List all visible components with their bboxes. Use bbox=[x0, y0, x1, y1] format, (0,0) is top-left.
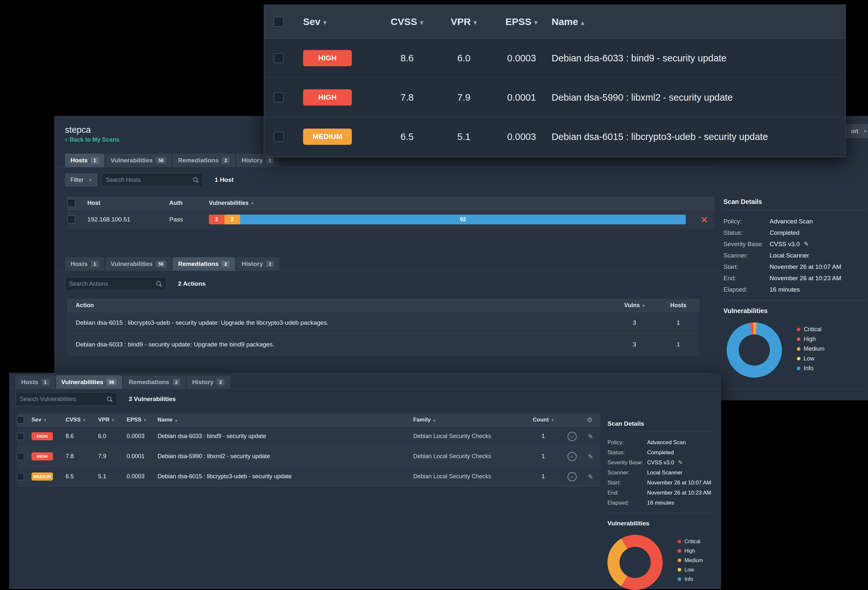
vulnerabilities-window: Hosts 1 Vulnerabilities 56 Remediations … bbox=[9, 373, 721, 589]
search-actions-input[interactable] bbox=[65, 280, 166, 288]
edit-pencil-icon[interactable]: ✎ bbox=[588, 473, 593, 481]
vulnerabilities-toolbar: 3 Vulnerabilities bbox=[16, 392, 176, 406]
tab-history[interactable]: History 2 bbox=[236, 257, 279, 271]
tab-remediations[interactable]: Remediations 2 bbox=[123, 375, 186, 389]
column-header-cvss[interactable]: CVSS bbox=[378, 16, 436, 27]
vulnerability-row-checkbox[interactable] bbox=[17, 433, 24, 440]
vulnerability-row[interactable]: MEDIUM 6.5 5.1 0.0003 Debian dsa-6015 : … bbox=[17, 467, 600, 487]
column-header-epss[interactable]: EPSS bbox=[492, 16, 552, 27]
back-to-my-scans-link[interactable]: ‹ Back to My Scans bbox=[65, 136, 119, 143]
vulnerabilities-donut-chart[interactable] bbox=[727, 322, 782, 378]
column-header-cvss[interactable]: CVSS bbox=[66, 417, 98, 423]
edit-severity-base-icon[interactable]: ✎ bbox=[678, 459, 682, 466]
vulnerabilities-donut-chart[interactable] bbox=[607, 535, 663, 590]
overlay-vulnerability-row[interactable]: MEDIUM 6.5 5.1 0.0003 Debian dsa-6015 : … bbox=[264, 117, 846, 156]
column-header-count[interactable]: Count bbox=[524, 417, 562, 423]
column-header-action[interactable]: Action bbox=[67, 302, 612, 309]
tab-vulnerabilities[interactable]: Vulnerabilities 56 bbox=[105, 153, 172, 167]
donut-hole bbox=[620, 547, 651, 578]
legend-item-high: High bbox=[797, 334, 824, 344]
tab-hosts[interactable]: Hosts 1 bbox=[65, 257, 104, 271]
check-circle-icon[interactable]: ✓ bbox=[567, 472, 577, 481]
search-icon[interactable] bbox=[193, 177, 199, 183]
column-header-family[interactable]: Family bbox=[413, 417, 524, 423]
search-icon[interactable] bbox=[156, 281, 162, 287]
edit-severity-base-icon[interactable]: ✎ bbox=[804, 240, 809, 248]
tab-label: History bbox=[242, 260, 263, 268]
column-header-host[interactable]: Host bbox=[87, 200, 169, 206]
medium-dot-icon bbox=[678, 559, 681, 562]
column-header-sev[interactable]: Sev bbox=[303, 16, 378, 27]
check-circle-icon[interactable]: ✓ bbox=[567, 432, 577, 441]
overlay-vulnerability-row[interactable]: HIGH 8.6 6.0 0.0003 Debian dsa-6033 : bi… bbox=[264, 38, 846, 78]
select-all-checkbox[interactable] bbox=[17, 416, 24, 423]
tab-remediations[interactable]: Remediations 2 bbox=[173, 153, 235, 167]
gear-icon[interactable]: ⚙ bbox=[562, 416, 600, 424]
tab-remediations[interactable]: Remediations 2 bbox=[173, 257, 235, 271]
column-header-vpr[interactable]: VPR bbox=[98, 417, 127, 423]
vulnerability-row[interactable]: HIGH 8.6 6.0 0.0003 Debian dsa-6033 : bi… bbox=[17, 426, 600, 447]
scan-details-fields: Policy: Advanced Scan Status: Completed … bbox=[607, 437, 715, 508]
vulnerability-bar-segment-medium[interactable]: 2 bbox=[224, 215, 240, 224]
vulnerability-bar-segment-high[interactable]: 2 bbox=[209, 215, 224, 224]
scan-details-heading: Scan Details bbox=[723, 198, 867, 210]
epss-value: 0.0003 bbox=[492, 53, 552, 63]
tab-label: Hosts bbox=[71, 157, 88, 164]
tab-history[interactable]: History 2 bbox=[187, 375, 230, 389]
column-header-name[interactable]: Name bbox=[552, 16, 846, 27]
column-header-vulns[interactable]: Vulns bbox=[612, 302, 657, 309]
detail-value: 16 minutes bbox=[769, 286, 800, 293]
tab-count-badge: 1 bbox=[91, 157, 99, 164]
vulnerability-row-checkbox[interactable] bbox=[17, 473, 24, 480]
legend-item-high: High bbox=[678, 546, 703, 556]
legend-item-critical: Critical bbox=[678, 537, 703, 546]
filter-button[interactable]: Filter bbox=[65, 173, 97, 186]
select-all-checkbox[interactable] bbox=[274, 17, 283, 27]
severity-legend: Critical High Medium Low Info bbox=[678, 537, 703, 590]
chevron-down-icon bbox=[89, 177, 92, 183]
host-row-checkbox[interactable] bbox=[67, 215, 75, 223]
medium-dot-icon bbox=[797, 347, 800, 351]
vulnerabilities-heading: Vulnerabilities bbox=[607, 520, 715, 527]
column-header-vpr[interactable]: VPR bbox=[436, 16, 492, 27]
epss-value: 0.0001 bbox=[127, 453, 158, 460]
remediations-table: Action Vulns Hosts Debian dsa-6015 : lib… bbox=[67, 299, 700, 355]
vulnerability-row-checkbox[interactable] bbox=[17, 453, 24, 460]
vulnerability-count: 1 bbox=[524, 453, 562, 460]
vpr-value: 7.9 bbox=[436, 92, 492, 103]
search-hosts-input[interactable] bbox=[102, 177, 203, 183]
vulnerability-row-checkbox[interactable] bbox=[274, 53, 283, 63]
check-circle-icon[interactable]: ✓ bbox=[567, 452, 577, 461]
vulnerability-bar-segment-info[interactable]: 92 bbox=[240, 215, 686, 224]
detail-value: November 26 at 10:23 AM bbox=[647, 490, 712, 496]
vulnerability-row[interactable]: HIGH 7.8 7.9 0.0001 Debian dsa-5990 : li… bbox=[17, 447, 600, 467]
edit-pencil-icon[interactable]: ✎ bbox=[588, 432, 593, 440]
critical-dot-icon bbox=[678, 540, 681, 543]
column-header-vulnerabilities[interactable]: Vulnerabilities bbox=[209, 200, 694, 206]
tab-hosts[interactable]: Hosts 1 bbox=[65, 153, 104, 167]
tab-vulnerabilities[interactable]: Vulnerabilities 56 bbox=[56, 375, 123, 389]
column-header-epss[interactable]: EPSS bbox=[127, 417, 158, 423]
column-header-hosts[interactable]: Hosts bbox=[657, 302, 700, 309]
column-header-name[interactable]: Name bbox=[158, 417, 413, 423]
vpr-value: 5.1 bbox=[436, 131, 492, 142]
remediation-row[interactable]: Debian dsa-6033 : bind9 - security updat… bbox=[67, 334, 700, 355]
scan-detail-row: Elapsed: 16 minutes bbox=[723, 284, 867, 295]
tab-hosts[interactable]: Hosts 1 bbox=[16, 375, 55, 389]
select-all-checkbox[interactable] bbox=[67, 199, 75, 207]
overlay-vulnerability-row[interactable]: HIGH 7.8 7.9 0.0001 Debian dsa-5990 : li… bbox=[264, 78, 846, 117]
search-vulnerabilities-input[interactable] bbox=[16, 396, 117, 403]
remediation-row[interactable]: Debian dsa-6015 : libcrypto3-udeb - secu… bbox=[67, 312, 700, 334]
column-header-auth[interactable]: Auth bbox=[169, 200, 209, 206]
legend-item-critical: Critical bbox=[797, 324, 824, 334]
search-icon[interactable] bbox=[106, 396, 113, 402]
tab-vulnerabilities[interactable]: Vulnerabilities 56 bbox=[105, 257, 172, 271]
edit-pencil-icon[interactable]: ✎ bbox=[588, 453, 593, 460]
column-header-sev[interactable]: Sev bbox=[31, 417, 66, 423]
host-row[interactable]: 192.168.100.51 Pass 2292 × bbox=[67, 210, 714, 229]
vulnerability-family: Debian Local Security Checks bbox=[413, 473, 524, 480]
tab-label: Vulnerabilities bbox=[111, 157, 153, 164]
vulnerability-row-checkbox[interactable] bbox=[274, 132, 283, 142]
delete-host-button[interactable]: × bbox=[694, 214, 714, 225]
vulnerability-row-checkbox[interactable] bbox=[274, 93, 283, 102]
